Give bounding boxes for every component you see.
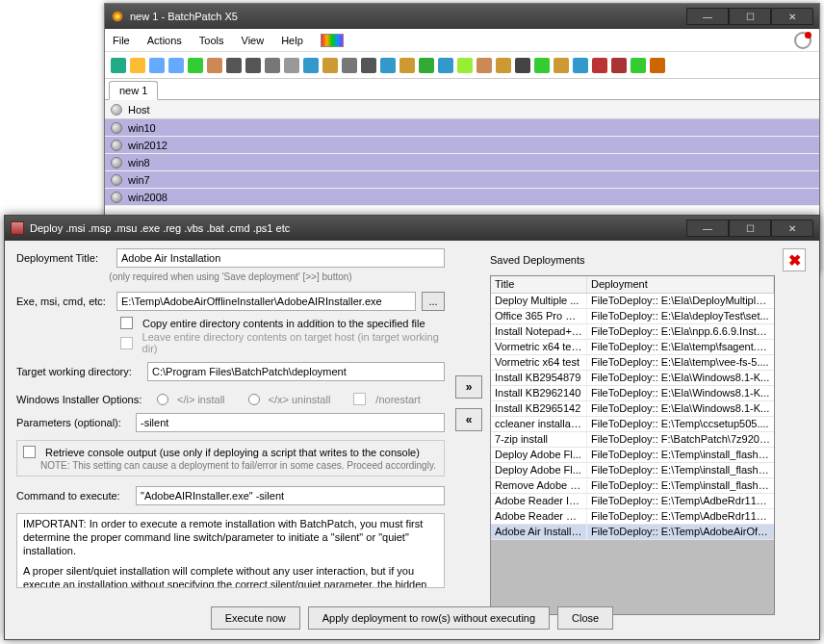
save-deployment-button[interactable]: » xyxy=(455,375,482,399)
minimize-button[interactable]: — xyxy=(686,8,729,25)
apply-deployment-button[interactable]: Apply deployment to row(s) without execu… xyxy=(308,606,550,630)
saved-deployment-row[interactable]: Install KB2954879FileToDeploy:: E:\Ela\W… xyxy=(491,371,774,386)
saved-row-deploy: FileToDeploy:: E:\Temp\AdobeAirOffli... xyxy=(587,525,774,539)
host-header: Host xyxy=(128,104,150,116)
saved-deployment-row[interactable]: Deploy Adobe Fl...FileToDeploy:: E:\Temp… xyxy=(491,463,774,478)
saved-deployment-row[interactable]: Install Notepad++...FileToDeploy:: E:\El… xyxy=(491,324,774,340)
menu-file[interactable]: File xyxy=(113,35,130,46)
toolbar-icon-2[interactable] xyxy=(149,58,165,73)
host-row[interactable]: win2012 xyxy=(105,137,819,154)
host-icon xyxy=(111,192,122,203)
toolbar-icon-11[interactable] xyxy=(322,58,338,73)
toolbar-icon-9[interactable] xyxy=(284,58,299,73)
delete-deployment-button[interactable]: ✖ xyxy=(783,248,806,271)
calendar-icon[interactable] xyxy=(321,34,344,47)
host-row[interactable]: win2008 xyxy=(105,189,819,206)
browse-button[interactable]: ... xyxy=(422,292,445,311)
toolbar-icon-28[interactable] xyxy=(650,58,665,73)
exe-path-input[interactable] xyxy=(116,292,416,311)
tab-new1[interactable]: new 1 xyxy=(109,81,158,100)
saved-deployment-row[interactable]: Install KB2962140FileToDeploy:: E:\Ela\W… xyxy=(491,386,774,401)
toolbar-icon-10[interactable] xyxy=(303,58,319,73)
host-row[interactable]: win10 xyxy=(105,119,819,137)
saved-deployment-row[interactable]: 7-zip installFileToDeploy:: F:\BatchPatc… xyxy=(491,432,774,448)
toolbar-icon-12[interactable] xyxy=(342,58,357,73)
close-button[interactable]: ✕ xyxy=(771,8,813,25)
toolbar-icon-27[interactable] xyxy=(631,58,646,73)
dialog-maximize-button[interactable]: ☐ xyxy=(729,219,771,237)
toolbar-icon-23[interactable] xyxy=(554,58,569,73)
saved-deployment-row[interactable]: ccleaner installati...FileToDeploy:: E:\… xyxy=(491,417,774,432)
toolbar-icon-18[interactable] xyxy=(457,58,473,73)
uninstall-radio xyxy=(248,394,260,405)
toolbar-icon-24[interactable] xyxy=(573,58,588,73)
saved-row-title: Vormetric x64 tes2 xyxy=(491,340,587,354)
info-textarea[interactable]: IMPORTANT: In order to execute a remote … xyxy=(16,513,445,588)
menu-help[interactable]: Help xyxy=(281,35,303,46)
host-name: win10 xyxy=(128,122,156,134)
saved-deployment-header[interactable]: Deployment xyxy=(587,276,774,293)
toolbar-icon-13[interactable] xyxy=(361,58,376,73)
toolbar-icon-0[interactable] xyxy=(111,58,126,73)
toolbar-icon-15[interactable] xyxy=(399,58,415,73)
saved-deployment-row[interactable]: Remove Adobe F...FileToDeploy:: E:\Temp\… xyxy=(491,478,774,494)
saved-deployments-label: Saved Deployments xyxy=(490,254,584,266)
saved-row-deploy: FileToDeploy:: F:\BatchPatch\7z920.... xyxy=(587,432,774,447)
saved-deployment-row[interactable]: Vormetric x64 testFileToDeploy:: E:\Ela\… xyxy=(491,355,774,371)
toolbar-icon-8[interactable] xyxy=(265,58,280,73)
menu-view[interactable]: View xyxy=(242,35,265,46)
saved-deployment-row[interactable]: Deploy Multiple ...FileToDeploy:: E:\Ela… xyxy=(491,294,774,309)
clock-icon[interactable] xyxy=(794,32,811,49)
dialog-minimize-button[interactable]: — xyxy=(686,219,729,237)
toolbar-icon-19[interactable] xyxy=(476,58,492,73)
close-dialog-button[interactable]: Close xyxy=(557,606,613,630)
saved-row-deploy: FileToDeploy:: E:\Ela\Windows8.1-K... xyxy=(587,386,774,400)
toolbar-icon-22[interactable] xyxy=(534,58,550,73)
toolbar-icon-5[interactable] xyxy=(207,58,222,73)
command-input[interactable] xyxy=(136,486,445,505)
saved-row-title: Install Notepad++... xyxy=(491,324,587,339)
toolbar-icon-4[interactable] xyxy=(188,58,203,73)
toolbar-icon-16[interactable] xyxy=(419,58,434,73)
saved-deployment-row[interactable]: Adobe Reader In...FileToDeploy:: E:\Temp… xyxy=(491,494,774,509)
saved-deployment-row[interactable]: Adobe Air Installa...FileToDeploy:: E:\T… xyxy=(491,525,774,540)
toolbar-icon-20[interactable] xyxy=(496,58,511,73)
tab-label: new 1 xyxy=(119,85,147,96)
saved-row-deploy: FileToDeploy:: E:\Temp\ccsetup505.... xyxy=(587,417,774,431)
saved-deployment-row[interactable]: Install KB2965142FileToDeploy:: E:\Ela\W… xyxy=(491,401,774,417)
toolbar-icon-7[interactable] xyxy=(245,58,261,73)
saved-deployment-row[interactable]: Deploy Adobe Fl...FileToDeploy:: E:\Temp… xyxy=(491,448,774,463)
maximize-button[interactable]: ☐ xyxy=(729,8,771,25)
toolbar-icon-14[interactable] xyxy=(380,58,396,73)
saved-title-header[interactable]: Title xyxy=(491,276,587,293)
toolbar-icon-26[interactable] xyxy=(611,58,627,73)
load-deployment-button[interactable]: « xyxy=(455,408,482,431)
saved-row-deploy: FileToDeploy:: E:\Ela\Windows8.1-K... xyxy=(587,401,774,416)
parameters-input[interactable] xyxy=(136,413,445,432)
menu-tools[interactable]: Tools xyxy=(199,35,224,46)
toolbar-icon-21[interactable] xyxy=(515,58,530,73)
execute-now-button[interactable]: Execute now xyxy=(211,606,300,630)
toolbar-icon-17[interactable] xyxy=(438,58,453,73)
toolbar-icon-25[interactable] xyxy=(592,58,607,73)
host-row[interactable]: win7 xyxy=(105,171,819,189)
dialog-close-button[interactable]: ✕ xyxy=(771,219,813,237)
toolbar-icon-6[interactable] xyxy=(226,58,242,73)
toolbar-icon-3[interactable] xyxy=(168,58,184,73)
saved-deployment-row[interactable]: Office 365 Pro PlusFileToDeploy:: E:\Ela… xyxy=(491,309,774,324)
saved-row-title: Office 365 Pro Plus xyxy=(491,309,587,323)
saved-deployments-table: Title Deployment Deploy Multiple ...File… xyxy=(490,275,775,615)
deployment-title-input[interactable] xyxy=(116,248,445,268)
saved-row-deploy: FileToDeploy:: E:\Ela\Windows8.1-K... xyxy=(587,371,774,385)
saved-deployment-row[interactable]: Adobe Reader U...FileToDeploy:: E:\Temp\… xyxy=(491,509,774,525)
saved-row-title: Adobe Air Installa... xyxy=(491,525,587,539)
deployment-title-hint: (only required when using 'Save deployme… xyxy=(16,271,445,282)
menu-actions[interactable]: Actions xyxy=(147,35,182,46)
host-row[interactable]: win8 xyxy=(105,154,819,171)
toolbar-icon-1[interactable] xyxy=(130,58,145,73)
target-dir-input[interactable] xyxy=(147,362,445,381)
copy-directory-checkbox[interactable] xyxy=(120,317,133,329)
host-name: win2008 xyxy=(128,192,167,203)
retrieve-console-checkbox[interactable] xyxy=(23,446,36,458)
saved-deployment-row[interactable]: Vormetric x64 tes2FileToDeploy:: E:\Ela\… xyxy=(491,340,774,355)
